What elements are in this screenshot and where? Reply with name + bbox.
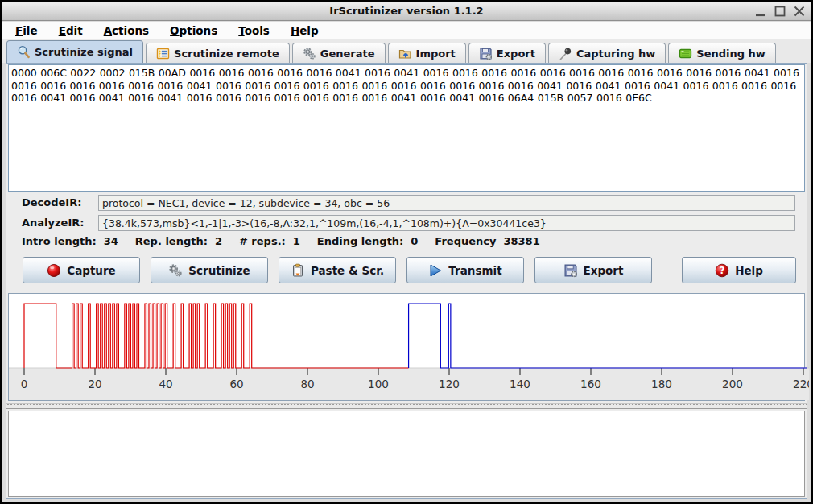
num-reps-value: 1: [293, 235, 300, 250]
intro-length-label: Intro length:: [22, 235, 97, 250]
svg-text:120: 120: [439, 378, 460, 390]
ending-length-label: Ending length:: [317, 235, 404, 250]
capture-button[interactable]: Capture: [23, 257, 140, 283]
frequency-label: Frequency: [435, 235, 496, 250]
import-folder-icon: [398, 47, 412, 60]
tab-label: Sending hw: [696, 48, 766, 60]
tab-label: Scrutinize signal: [35, 46, 133, 58]
gears-icon: [168, 263, 183, 278]
raw-signal-textarea[interactable]: 0000 006C 0022 0002 015B 00AD 0016 0016 …: [8, 64, 805, 192]
app-window: IrScrutinizer version 1.1.2 File Edit Ac…: [0, 0, 813, 504]
decode-ir-label: DecodeIR:: [22, 196, 81, 209]
lower-empty-pane[interactable]: [8, 411, 805, 497]
tab-label: Capturing hw: [576, 48, 655, 60]
button-label: Paste & Scr.: [311, 264, 384, 277]
button-label: Scrutinize: [188, 264, 250, 277]
menu-edit[interactable]: Edit: [48, 23, 93, 39]
paste-and-scrutinize-button[interactable]: Paste & Scr.: [279, 257, 396, 283]
intro-length-value: 34: [104, 235, 118, 250]
help-icon: ?: [715, 263, 729, 278]
maximize-icon: [774, 5, 786, 18]
tab-label: Generate: [320, 48, 375, 60]
minimize-icon: [754, 5, 767, 18]
button-label: Capture: [67, 264, 116, 277]
scrutinize-signal-panel: 0000 006C 0022 0002 015B 00AD 0016 0016 …: [6, 63, 807, 499]
tab-import[interactable]: Import: [388, 43, 466, 63]
menu-tools[interactable]: Tools: [228, 23, 280, 39]
window-title: IrScrutinizer version 1.1.2: [329, 5, 483, 17]
paste-icon: [291, 263, 305, 278]
svg-text:180: 180: [651, 378, 672, 390]
decode-ir-row: DecodeIR: protocol = NEC1, device = 12, …: [6, 195, 807, 211]
split-pane-divider[interactable]: [6, 403, 807, 409]
close-button[interactable]: [790, 3, 807, 19]
ir-signal-plot-svg: 020406080100120140160180200220: [9, 294, 809, 400]
microphone-icon: [559, 47, 572, 60]
magnifier-icon: [17, 45, 31, 59]
help-button[interactable]: ? Help: [682, 257, 796, 283]
tab-capturing-hw[interactable]: Capturing hw: [548, 43, 666, 63]
minimize-button[interactable]: [752, 3, 769, 19]
gears-icon: [303, 47, 316, 60]
export-button[interactable]: Export: [534, 257, 652, 283]
floppy-gear-icon: [479, 47, 493, 60]
ending-length-value: 0: [411, 235, 418, 250]
svg-text:200: 200: [722, 378, 743, 390]
svg-text:220: 220: [793, 378, 809, 390]
rep-length-value: 2: [215, 235, 222, 250]
ir-signal-plot[interactable]: 020406080100120140160180200220: [8, 293, 805, 401]
scrutinize-button[interactable]: Scrutinize: [151, 257, 268, 283]
tab-sending-hw[interactable]: Sending hw: [668, 43, 776, 63]
button-label: Export: [584, 264, 624, 277]
svg-text:40: 40: [159, 378, 172, 390]
close-icon: [793, 5, 806, 18]
svg-text:?: ?: [720, 265, 725, 276]
remote-list-icon: [156, 47, 170, 60]
title-bar: IrScrutinizer version 1.1.2: [2, 2, 811, 21]
menu-options[interactable]: Options: [159, 23, 228, 39]
svg-text:20: 20: [88, 378, 101, 390]
rep-length-label: Rep. length:: [135, 235, 208, 250]
tab-scrutinize-signal[interactable]: Scrutinize signal: [6, 40, 143, 63]
tab-label: Export: [497, 48, 535, 60]
decode-ir-field[interactable]: protocol = NEC1, device = 12, subdevice …: [98, 195, 795, 211]
maximize-button[interactable]: [771, 3, 788, 19]
svg-text:140: 140: [510, 378, 530, 390]
analyze-ir-field[interactable]: {38.4k,573,msb}<1,-1|1,-3>(16,-8,A:32,1,…: [98, 215, 795, 231]
record-icon: [47, 263, 61, 278]
action-button-row: Capture Scrutinize Paste & Scr.: [6, 257, 807, 283]
svg-text:160: 160: [580, 378, 601, 390]
menu-help[interactable]: Help: [280, 23, 329, 39]
num-reps-label: # reps.:: [239, 235, 286, 250]
window-controls: [752, 3, 807, 19]
play-icon: [428, 263, 443, 278]
svg-text:80: 80: [300, 378, 314, 390]
tab-scrutinize-remote[interactable]: Scrutinize remote: [146, 43, 290, 63]
tab-export[interactable]: Export: [468, 43, 546, 63]
tab-label: Scrutinize remote: [174, 48, 279, 60]
tab-bar: Scrutinize signal Scrutinize remote Gene…: [2, 39, 811, 63]
svg-text:100: 100: [368, 378, 389, 390]
tab-label: Import: [416, 48, 456, 60]
sending-board-icon: [679, 47, 692, 60]
button-label: Help: [735, 264, 763, 277]
analyze-ir-row: AnalyzeIR: {38.4k,573,msb}<1,-1|1,-3>(16…: [6, 215, 807, 231]
menu-bar: File Edit Actions Options Tools Help: [2, 22, 811, 39]
signal-stats-row: Intro length:34 Rep. length:2 # reps.:1 …: [22, 235, 540, 250]
menu-file[interactable]: File: [5, 23, 48, 39]
floppy-gear-icon: [563, 263, 578, 278]
analyze-ir-label: AnalyzeIR:: [22, 217, 84, 229]
transmit-button[interactable]: Transmit: [406, 257, 524, 283]
menu-actions[interactable]: Actions: [93, 23, 159, 39]
frequency-value: 38381: [503, 235, 539, 250]
svg-text:60: 60: [229, 378, 243, 390]
button-label: Transmit: [448, 264, 501, 277]
svg-text:0: 0: [21, 378, 28, 390]
tab-generate[interactable]: Generate: [292, 43, 386, 63]
